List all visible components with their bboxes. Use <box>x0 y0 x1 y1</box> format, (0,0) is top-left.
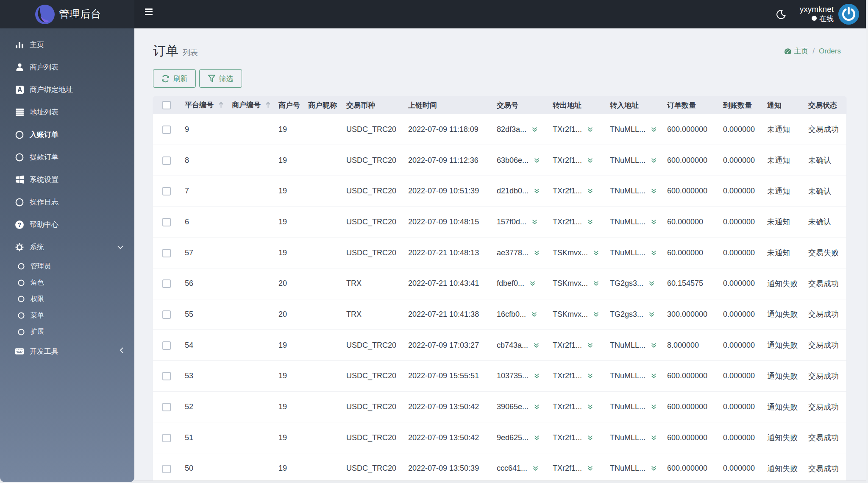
svg-text:?: ? <box>18 221 22 228</box>
